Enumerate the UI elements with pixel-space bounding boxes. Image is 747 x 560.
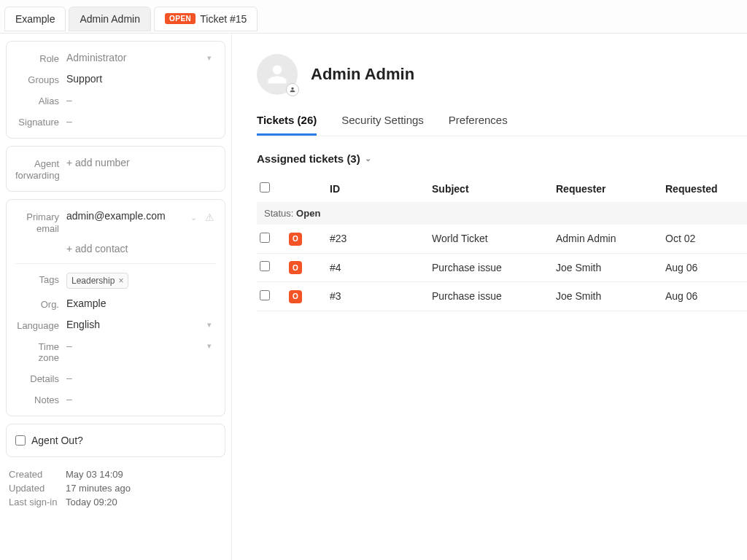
details-label: Details [15, 372, 66, 384]
avatar-badge-icon [286, 83, 299, 96]
open-badge: OPEN [165, 13, 196, 24]
select-all-checkbox[interactable] [260, 182, 270, 192]
signin-label: Last sign-in [9, 497, 66, 508]
timezone-select[interactable]: – [66, 340, 216, 351]
tags-label: Tags [15, 273, 66, 285]
signature-label: Signature [15, 115, 66, 128]
tab-tickets[interactable]: Tickets (26) [257, 109, 317, 136]
remove-tag-icon[interactable]: × [118, 276, 123, 286]
tab-example[interactable]: Example [4, 7, 66, 31]
card-profile-basic: Role Administrator Groups Support Alias … [6, 41, 225, 139]
user-header: Admin Admin [257, 54, 747, 95]
timezone-label: Time zone [15, 340, 66, 363]
cell-subject: Purchase issue [432, 262, 556, 273]
avatar[interactable] [257, 54, 298, 95]
col-requester[interactable]: Requester [556, 183, 665, 195]
add-number-link[interactable]: + add number [66, 157, 216, 168]
cell-id: #4 [330, 262, 432, 273]
cell-id: #3 [330, 290, 432, 302]
card-contact: Primary email admin@example.com ⌄ ⚠︎ + a… [6, 199, 225, 416]
tab-preferences[interactable]: Preferences [449, 109, 508, 136]
status-badge-open: O [289, 261, 302, 274]
created-label: Created [9, 469, 66, 480]
created-value: May 03 14:09 [66, 469, 123, 480]
content-tabs: Tickets (26) Security Settings Preferenc… [257, 109, 747, 136]
tab-label: Admin Admin [80, 13, 139, 25]
chevron-down-icon[interactable]: ⌄ [190, 213, 197, 222]
row-checkbox[interactable] [260, 261, 270, 271]
table-row[interactable]: O #23 World Ticket Admin Admin Oct 02 17… [257, 225, 747, 254]
tags-value[interactable]: Leadership × [66, 273, 216, 289]
add-contact-link[interactable]: + add contact [66, 243, 216, 254]
card-agent-out: Agent Out? [6, 424, 225, 457]
tab-admin-admin[interactable]: Admin Admin [69, 7, 150, 31]
updated-value: 17 minutes ago [66, 483, 131, 494]
alias-label: Alias [15, 94, 66, 106]
groups-label: Groups [15, 73, 66, 85]
cell-requester: Admin Admin [556, 233, 665, 244]
col-requested[interactable]: Requested [665, 183, 747, 195]
top-tabs-bar: Example Admin Admin OPEN Ticket #15 [0, 0, 747, 34]
ticket-table: ID Subject Requester Requested Updated S… [257, 175, 747, 311]
cell-id: #23 [330, 233, 432, 244]
meta-block: Created May 03 14:09 Updated 17 minutes … [6, 464, 225, 515]
col-id[interactable]: ID [330, 183, 432, 195]
cell-requested: Aug 06 [665, 262, 747, 273]
cell-requested: Oct 02 [665, 233, 747, 244]
warning-icon: ⚠︎ [205, 211, 214, 223]
status-group-row[interactable]: Status: Open [257, 202, 747, 225]
cell-requester: Joe Smith [556, 262, 665, 273]
tag-chip-leadership[interactable]: Leadership × [66, 273, 128, 289]
cell-requested: Aug 06 [665, 290, 747, 302]
chevron-down-icon: ⌄ [365, 154, 371, 163]
tab-label: Example [15, 13, 55, 25]
org-label: Org. [15, 298, 66, 310]
tab-label: Ticket #15 [200, 13, 247, 25]
content-area: Admin Admin Tickets (26) Security Settin… [232, 34, 747, 560]
agent-out-label: Agent Out? [31, 435, 83, 446]
cell-requester: Joe Smith [556, 290, 665, 302]
card-agent-forwarding: Agent forwarding + add number [6, 146, 225, 192]
org-value[interactable]: Example [66, 298, 216, 309]
language-select[interactable]: English [66, 319, 216, 330]
row-checkbox[interactable] [260, 233, 270, 243]
tab-ticket-15[interactable]: OPEN Ticket #15 [154, 7, 258, 31]
assigned-tickets-header[interactable]: Assigned tickets (3) ⌄ [257, 152, 747, 165]
notes-value[interactable]: – [66, 393, 216, 405]
details-value[interactable]: – [66, 372, 216, 384]
alias-value[interactable]: – [66, 94, 216, 106]
row-checkbox[interactable] [260, 290, 270, 300]
role-label: Role [15, 52, 66, 64]
person-icon [266, 63, 288, 85]
cell-subject: Purchase issue [432, 290, 556, 302]
role-select[interactable]: Administrator [66, 52, 216, 63]
table-row[interactable]: O #3 Purchase issue Joe Smith Aug 06 Aug… [257, 282, 747, 311]
col-subject[interactable]: Subject [432, 183, 556, 195]
status-badge-open: O [289, 233, 302, 246]
tab-security-settings[interactable]: Security Settings [341, 109, 424, 136]
groups-value[interactable]: Support [66, 73, 216, 85]
agent-out-toggle[interactable]: Agent Out? [15, 435, 216, 446]
table-header: ID Subject Requester Requested Updated [257, 175, 747, 202]
user-name: Admin Admin [311, 65, 414, 84]
updated-label: Updated [9, 483, 66, 494]
notes-label: Notes [15, 393, 66, 405]
cell-subject: World Ticket [432, 233, 556, 244]
sidebar: Role Administrator Groups Support Alias … [0, 34, 232, 560]
table-row[interactable]: O #4 Purchase issue Joe Smith Aug 06 Aug… [257, 254, 747, 283]
signature-value[interactable]: – [66, 115, 216, 127]
primary-email-value[interactable]: admin@example.com ⌄ ⚠︎ [66, 210, 216, 222]
primary-email-label: Primary email [15, 210, 66, 234]
language-label: Language [15, 319, 66, 331]
status-badge-open: O [289, 290, 302, 303]
agent-forwarding-label: Agent forwarding [15, 157, 66, 181]
agent-out-checkbox[interactable] [15, 435, 26, 446]
signin-value: Today 09:20 [66, 497, 117, 508]
